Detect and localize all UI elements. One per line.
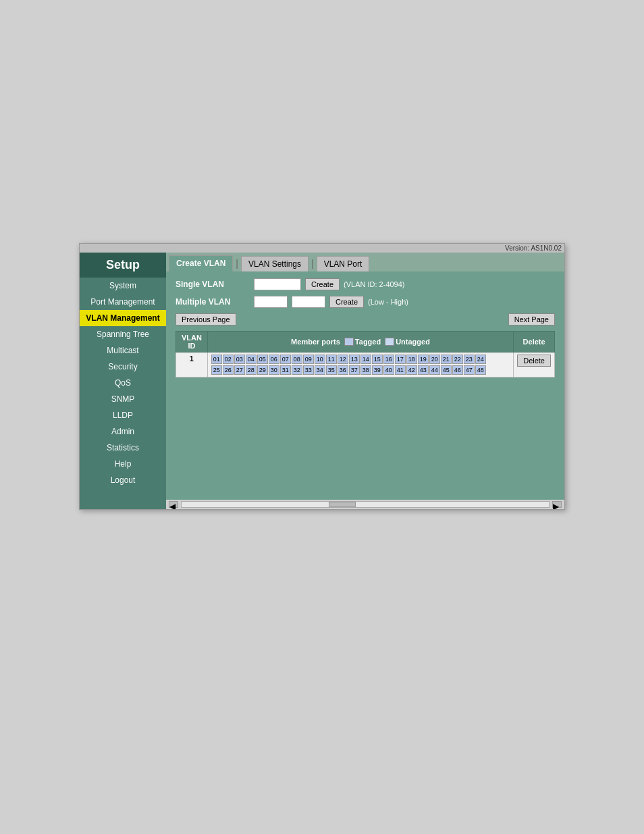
port-cell-08[interactable]: 08 [292,355,302,364]
sidebar: Setup SystemPort ManagementVLAN Manageme… [80,253,166,509]
port-cell-24[interactable]: 24 [475,355,486,364]
sidebar-item-qos[interactable]: QoS [80,375,166,391]
tab-bar: Create VLAN|VLAN Settings|VLAN Port [166,253,564,271]
scrollbar-area: ◀ ▶ [166,500,564,509]
sidebar-item-vlan-management[interactable]: VLAN Management [80,310,166,326]
port-cell-19[interactable]: 19 [418,355,429,364]
single-vlan-create-button[interactable]: Create [305,278,340,290]
tab-vlan-port[interactable]: VLAN Port [317,256,370,271]
multiple-vlan-input-high[interactable] [292,296,325,308]
next-page-button[interactable]: Next Page [508,313,555,325]
port-cell-33[interactable]: 33 [303,365,314,375]
sidebar-item-security[interactable]: Security [80,359,166,375]
untagged-header: Untagged [396,338,430,346]
port-cell-12[interactable]: 12 [338,355,348,364]
port-cell-14[interactable]: 14 [360,355,371,364]
port-cell-43[interactable]: 43 [418,365,429,375]
th-delete: Delete [514,332,555,353]
multiple-vlan-input-low[interactable] [254,296,288,308]
port-cell-25[interactable]: 25 [211,365,222,375]
scroll-right-arrow[interactable]: ▶ [552,501,562,508]
member-ports-cell: 0102030405060708091011121314151617181920… [207,353,513,377]
sidebar-item-snmp[interactable]: SNMP [80,391,166,407]
multiple-vlan-label: Multiple VLAN [176,297,250,307]
port-cell-46[interactable]: 46 [452,365,463,375]
port-cell-38[interactable]: 38 [360,365,371,375]
port-cell-29[interactable]: 29 [257,365,268,375]
port-cell-27[interactable]: 27 [234,365,245,375]
port-cell-35[interactable]: 35 [326,365,337,375]
port-cell-15[interactable]: 15 [372,355,383,364]
port-cell-44[interactable]: 44 [429,365,440,375]
content-area: Create VLAN|VLAN Settings|VLAN Port Sing… [166,253,564,509]
single-vlan-input[interactable] [254,278,301,290]
previous-page-button[interactable]: Previous Page [176,313,236,325]
sidebar-item-statistics[interactable]: Statistics [80,440,166,456]
port-cell-11[interactable]: 11 [326,355,337,364]
port-cell-03[interactable]: 03 [234,355,245,364]
port-cell-32[interactable]: 32 [292,365,302,375]
sidebar-title: Setup [80,253,166,278]
version-bar: Version: AS1N0.02 [80,244,564,253]
port-cell-47[interactable]: 47 [464,365,475,375]
port-cell-39[interactable]: 39 [372,365,383,375]
browser-window: Version: AS1N0.02 Setup SystemPort Manag… [79,243,565,510]
multiple-vlan-hint: (Low - High) [368,298,408,306]
th-vlan-id: VLAN ID [176,332,208,353]
delete-cell: Delete [514,353,555,377]
port-cell-23[interactable]: 23 [464,355,475,364]
th-member-ports: Member ports Tagged Untagged [207,332,513,353]
navigation-row: Previous Page Next Page [176,313,555,325]
port-cell-13[interactable]: 13 [349,355,360,364]
vlan-id-cell: 1 [176,353,208,377]
sidebar-item-port-management[interactable]: Port Management [80,294,166,310]
port-cell-04[interactable]: 04 [246,355,257,364]
port-cell-01[interactable]: 01 [211,355,222,364]
port-cell-28[interactable]: 28 [246,365,257,375]
scrollbar-track[interactable] [181,501,549,508]
tab-vlan-settings[interactable]: VLAN Settings [241,256,308,271]
multiple-vlan-create-button[interactable]: Create [329,296,364,308]
port-cell-36[interactable]: 36 [338,365,348,375]
delete-button[interactable]: Delete [517,355,551,367]
sidebar-item-admin[interactable]: Admin [80,423,166,440]
port-cell-05[interactable]: 05 [257,355,268,364]
port-cell-41[interactable]: 41 [395,365,406,375]
port-cell-16[interactable]: 16 [383,355,394,364]
port-cell-09[interactable]: 09 [303,355,314,364]
port-cell-37[interactable]: 37 [349,365,360,375]
sidebar-item-spanning-tree[interactable]: Spanning Tree [80,326,166,342]
port-cell-02[interactable]: 02 [223,355,234,364]
port-cell-42[interactable]: 42 [406,365,417,375]
port-cell-30[interactable]: 30 [269,365,279,375]
port-cell-07[interactable]: 07 [280,355,291,364]
single-vlan-label: Single VLAN [176,280,250,289]
sidebar-item-logout[interactable]: Logout [80,472,166,488]
member-ports-header: Member ports [291,338,340,346]
port-cell-45[interactable]: 45 [441,365,452,375]
scrollbar-thumb[interactable] [329,502,356,507]
port-cell-40[interactable]: 40 [383,365,394,375]
scroll-left-arrow[interactable]: ◀ [169,501,178,508]
sidebar-item-system[interactable]: System [80,278,166,294]
tagged-legend [344,338,354,346]
port-cell-17[interactable]: 17 [395,355,406,364]
sidebar-item-lldp[interactable]: LLDP [80,407,166,423]
port-cell-48[interactable]: 48 [475,365,486,375]
port-cell-31[interactable]: 31 [280,365,291,375]
table-row: 1010203040506070809101112131415161718192… [176,353,555,377]
tagged-header: Tagged [355,338,381,346]
port-cell-21[interactable]: 21 [441,355,452,364]
port-cell-20[interactable]: 20 [429,355,440,364]
sidebar-item-help[interactable]: Help [80,456,166,472]
tab-create-vlan[interactable]: Create VLAN [169,255,233,271]
port-cell-22[interactable]: 22 [452,355,463,364]
sidebar-item-multicast[interactable]: Multicast [80,342,166,359]
port-cell-34[interactable]: 34 [315,365,325,375]
port-cell-06[interactable]: 06 [269,355,279,364]
multiple-vlan-row: Multiple VLAN Create (Low - High) [176,296,555,308]
port-cell-10[interactable]: 10 [315,355,325,364]
form-area: Single VLAN Create (VLAN ID: 2-4094) Mul… [166,271,564,500]
port-cell-26[interactable]: 26 [223,365,234,375]
port-cell-18[interactable]: 18 [406,355,417,364]
